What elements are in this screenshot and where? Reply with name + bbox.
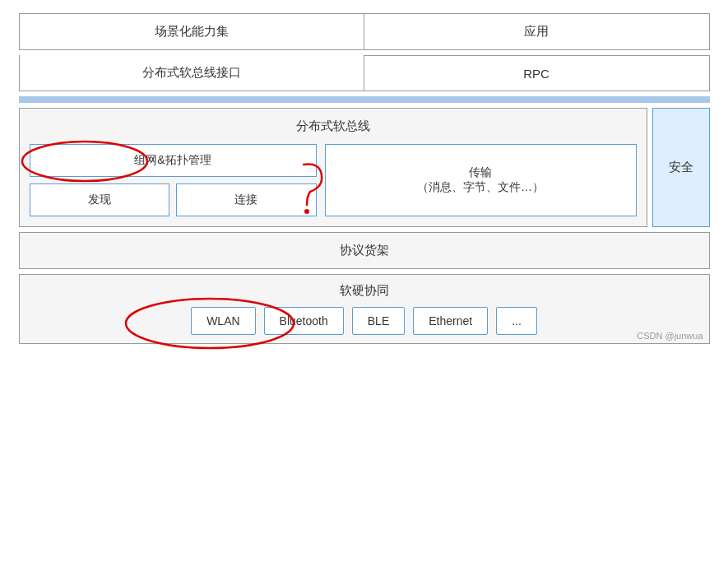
chip-bluetooth: Bluetooth	[264, 307, 344, 335]
networking-group: 组网&拓扑管理 发现 连接	[30, 144, 317, 216]
hardware-title: 软硬协同	[33, 283, 696, 299]
discovery-label: 发现	[88, 193, 111, 206]
chip-ble-label: BLE	[368, 314, 389, 327]
protocol-shelf-row: 协议货架	[19, 232, 710, 269]
discovery-box: 发现	[30, 183, 170, 216]
security-panel: 安全	[652, 108, 710, 227]
app-cell: 应用	[364, 13, 710, 50]
distributed-bus-title: 分布式软总线	[30, 118, 637, 134]
protocol-shelf-label: 协议货架	[340, 243, 389, 257]
networking-topology-label: 组网&拓扑管理	[134, 153, 211, 166]
capability-set-cell: 场景化能力集	[19, 13, 364, 50]
capability-set-label: 场景化能力集	[155, 24, 229, 38]
rpc-cell: RPC	[364, 55, 710, 91]
rpc-label: RPC	[523, 67, 549, 81]
row2: 分布式软总线接口 RPC	[19, 55, 710, 91]
inner-boxes: 组网&拓扑管理 发现 连接	[30, 144, 637, 216]
blue-connector-bar	[19, 96, 710, 103]
app-label: 应用	[524, 24, 549, 38]
diagram-container: 场景化能力集 应用 分布式软总线接口 RPC 分布式软总线 组网&拓扑管理	[19, 13, 710, 344]
transfer-label: 传输（消息、字节、文件…）	[417, 165, 544, 195]
hardware-chips: WLAN Bluetooth BLE Ethernet ...	[33, 307, 696, 335]
security-label: 安全	[669, 160, 693, 175]
chip-more-label: ...	[512, 314, 522, 327]
chip-wlan: WLAN	[191, 307, 255, 335]
chip-ethernet: Ethernet	[413, 307, 488, 335]
chip-ble: BLE	[352, 307, 405, 335]
chip-wlan-label: WLAN	[206, 314, 239, 327]
hardware-section: 软硬协同 WLAN Bluetooth BLE Ethernet ...	[19, 274, 710, 344]
discovery-connect-row: 发现 连接	[30, 183, 317, 216]
chip-ethernet-label: Ethernet	[429, 314, 472, 327]
soft-bus-interface-label: 分布式软总线接口	[142, 65, 241, 81]
svg-point-0	[22, 142, 147, 181]
chip-more: ...	[496, 307, 537, 335]
red-circle-networking	[19, 138, 151, 184]
soft-bus-interface-cell: 分布式软总线接口	[19, 55, 364, 91]
main-section: 分布式软总线 组网&拓扑管理 发现	[19, 108, 710, 227]
row1: 场景化能力集 应用	[19, 13, 710, 50]
distributed-bus-panel: 分布式软总线 组网&拓扑管理 发现	[19, 108, 647, 227]
networking-topology-box: 组网&拓扑管理	[30, 144, 317, 177]
chip-bluetooth-label: Bluetooth	[280, 314, 328, 327]
watermark: CSDN @junwua	[637, 331, 702, 341]
connect-label: 连接	[234, 193, 257, 206]
transfer-box: 传输（消息、字节、文件…）	[325, 144, 637, 216]
connect-box: 连接	[176, 183, 317, 216]
